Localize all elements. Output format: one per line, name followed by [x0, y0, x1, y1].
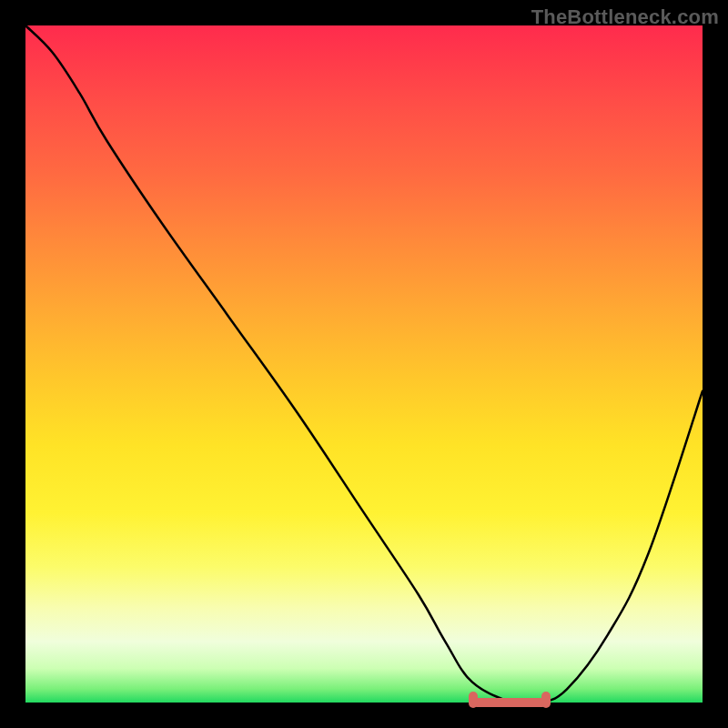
- optimal-zone-cap-right: [541, 692, 551, 708]
- optimal-zone-cap-left: [469, 692, 478, 708]
- optimal-zone-marker: [472, 698, 547, 707]
- bottleneck-curve: [25, 25, 703, 703]
- bottleneck-gradient-plot: [25, 25, 703, 703]
- watermark-text: TheBottleneck.com: [531, 5, 719, 29]
